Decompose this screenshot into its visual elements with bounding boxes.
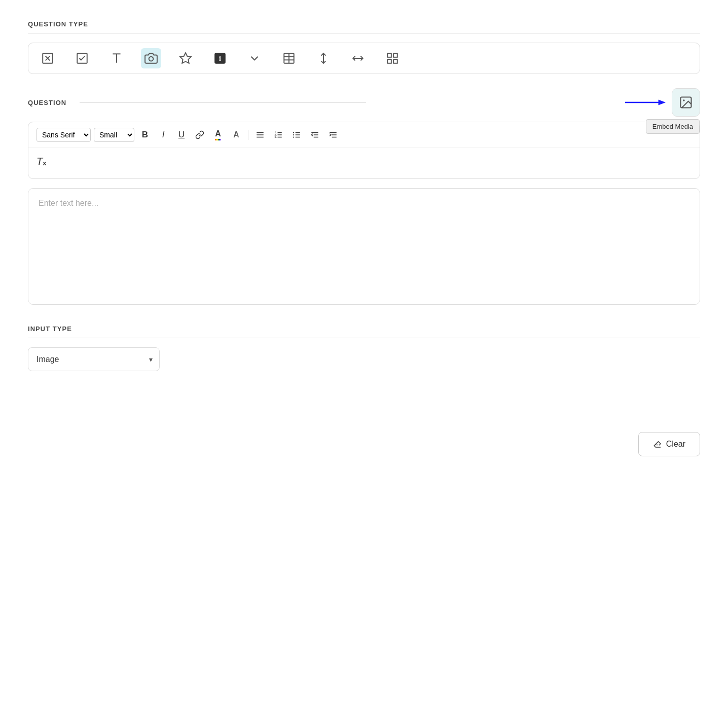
clear-button[interactable]: Clear — [638, 432, 700, 456]
svg-marker-21 — [659, 99, 666, 105]
svg-point-6 — [149, 57, 154, 61]
toolbar-separator-1 — [248, 130, 248, 140]
section-divider-1 — [28, 33, 700, 33]
qt-icon-matrix[interactable] — [382, 48, 403, 68]
qt-icon-chevron-down[interactable] — [244, 48, 265, 68]
svg-rect-19 — [393, 59, 397, 63]
qt-icon-camera[interactable] — [141, 48, 161, 68]
svg-rect-17 — [393, 53, 397, 57]
qt-icon-arrow-leftright[interactable] — [348, 48, 368, 68]
question-label: QUESTION — [28, 99, 66, 106]
blue-arrow — [379, 96, 672, 109]
svg-rect-16 — [387, 53, 391, 57]
unordered-list-button[interactable] — [289, 127, 304, 142]
text-area-placeholder: Enter text here... — [39, 199, 98, 207]
align-button[interactable] — [252, 127, 268, 142]
question-text-input[interactable]: Enter text here... — [28, 188, 700, 305]
svg-point-37 — [293, 134, 294, 135]
svg-rect-18 — [387, 59, 391, 63]
link-button[interactable] — [192, 127, 207, 142]
rich-text-editor: Sans Serif Serif Monospace Small Normal … — [28, 122, 700, 179]
svg-marker-7 — [180, 53, 191, 63]
clear-format-icon[interactable]: Tx — [37, 156, 46, 166]
ordered-list-button[interactable]: 1. 2. 3. — [271, 127, 286, 142]
text-color-button[interactable]: A — [210, 127, 226, 142]
input-type-label: INPUT TYPE — [28, 325, 700, 333]
eraser-icon — [653, 440, 662, 449]
indent-increase-button[interactable] — [325, 127, 341, 142]
qt-icon-info[interactable]: i — [210, 48, 230, 68]
question-section: QUESTION Embed Media Sans Serif — [28, 88, 700, 305]
svg-point-36 — [293, 132, 294, 133]
editor-toolbar: Sans Serif Serif Monospace Small Normal … — [28, 122, 700, 148]
embed-media-tooltip: Embed Media — [646, 119, 700, 134]
editor-content-area[interactable]: Tx — [28, 148, 700, 178]
font-family-select[interactable]: Sans Serif Serif Monospace — [37, 128, 91, 142]
svg-text:i: i — [219, 54, 221, 62]
input-type-section: INPUT TYPE Image Text Audio Video ▾ — [28, 325, 700, 371]
bold-button[interactable]: B — [137, 127, 153, 142]
text-highlight-button[interactable]: A — [229, 127, 244, 142]
qt-icon-table[interactable] — [279, 48, 299, 68]
question-header: QUESTION Embed Media — [28, 88, 700, 117]
underline-button[interactable]: U — [174, 127, 189, 142]
question-divider — [80, 102, 366, 103]
svg-point-23 — [683, 99, 685, 101]
svg-text:3.: 3. — [275, 135, 277, 138]
font-size-select[interactable]: Small Normal Large Huge — [94, 128, 134, 142]
qt-icon-text[interactable] — [106, 48, 127, 68]
input-type-select-wrapper: Image Text Audio Video ▾ — [28, 347, 160, 371]
input-type-select[interactable]: Image Text Audio Video — [28, 347, 160, 371]
qt-icon-arrow-updown[interactable] — [313, 48, 334, 68]
clear-button-wrapper: Clear — [28, 432, 700, 456]
qt-icon-x-square[interactable] — [38, 48, 58, 68]
italic-button[interactable]: I — [156, 127, 171, 142]
qt-icon-check-square[interactable] — [72, 48, 92, 68]
svg-point-38 — [293, 136, 294, 137]
embed-media-button[interactable]: Embed Media — [672, 88, 700, 117]
section-divider-2 — [28, 338, 700, 338]
indent-decrease-button[interactable] — [307, 127, 322, 142]
question-type-label: QUESTION TYPE — [28, 20, 700, 28]
clear-button-label: Clear — [666, 440, 685, 449]
question-type-section: QUESTION TYPE — [28, 20, 700, 74]
question-type-toolbar: i — [28, 43, 700, 74]
qt-icon-star[interactable] — [175, 48, 196, 68]
